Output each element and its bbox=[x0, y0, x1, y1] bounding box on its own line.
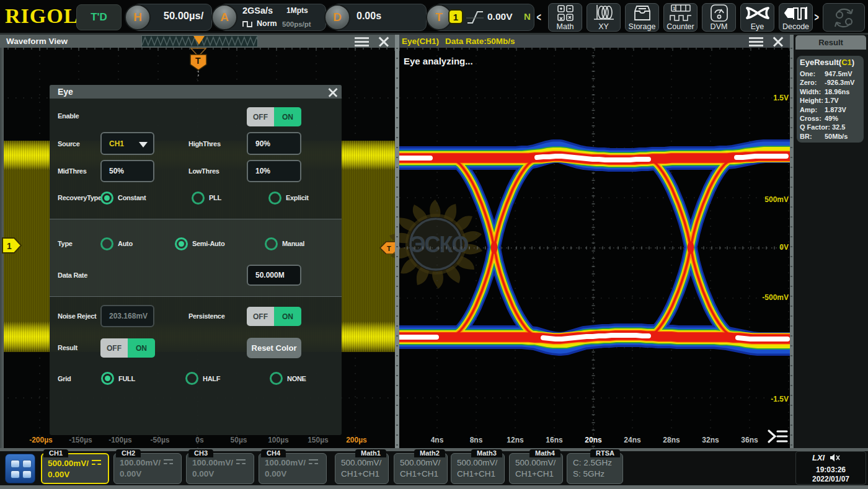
svg-text:1: 1 bbox=[673, 6, 676, 11]
svg-text:1: 1 bbox=[7, 241, 12, 251]
svg-text:T: T bbox=[195, 56, 201, 66]
